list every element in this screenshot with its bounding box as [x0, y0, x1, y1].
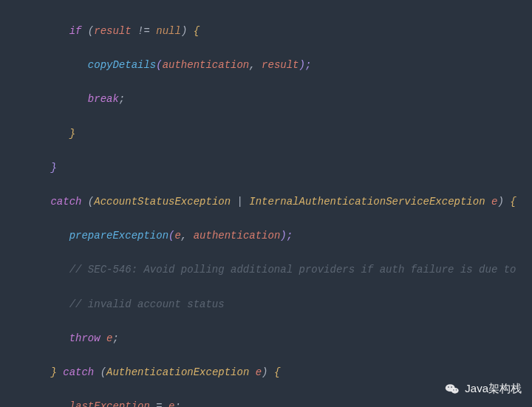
watermark: Java架构栈 [444, 380, 522, 398]
code-line: copyDetails(authentication, result); [0, 57, 532, 74]
code-line: break; [0, 91, 532, 108]
svg-point-2 [448, 386, 449, 388]
svg-point-1 [451, 388, 459, 394]
code-line: // SEC-546: Avoid polling additional pro… [0, 261, 532, 278]
wechat-icon [444, 381, 460, 397]
code-line: prepareException(e, authentication); [0, 228, 532, 244]
code-line: } [0, 126, 532, 143]
code-line: throw e; [0, 330, 532, 347]
comment: // invalid account status [69, 298, 225, 310]
code-line: if (result != null) { [0, 23, 532, 40]
svg-point-3 [451, 386, 453, 388]
code-block: if (result != null) { copyDetails(authen… [0, 0, 532, 407]
code-line: lastException = e; [0, 398, 532, 407]
comment: // SEC-546: Avoid polling additional pro… [69, 264, 516, 276]
code-line: // invalid account status [0, 296, 532, 313]
code-line: } [0, 160, 532, 177]
code-line: } catch (AuthenticationException e) { [0, 364, 532, 381]
svg-point-4 [454, 389, 454, 390]
svg-point-5 [456, 389, 457, 390]
code-line: catch (AccountStatusException | Internal… [0, 194, 532, 211]
watermark-label: Java架构栈 [465, 380, 522, 398]
keyword-if: if [69, 25, 82, 37]
